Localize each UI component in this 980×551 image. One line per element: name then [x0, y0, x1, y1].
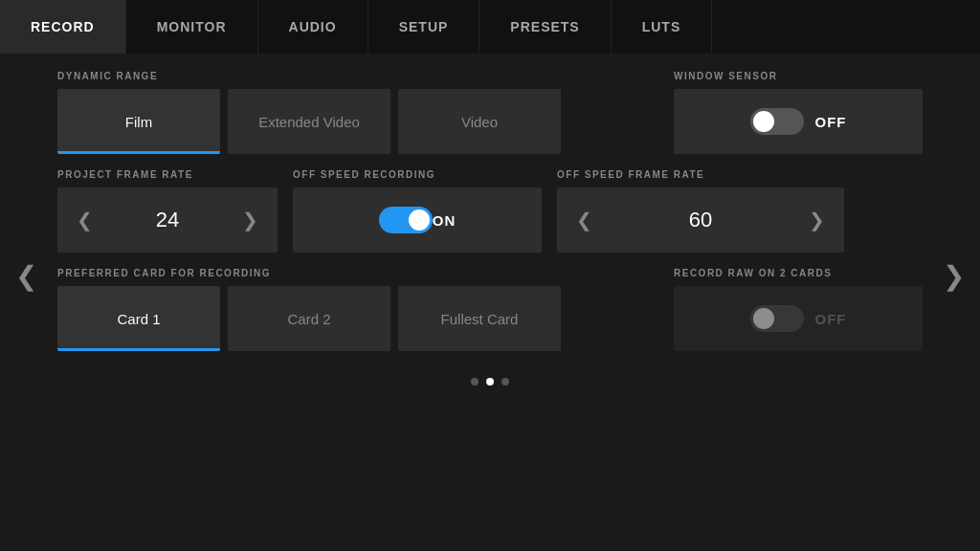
off-speed-recording-toggle[interactable]: [379, 207, 433, 233]
record-raw-section: RECORD RAW ON 2 CARDS OFF: [674, 268, 923, 351]
record-raw-toggle[interactable]: [750, 305, 804, 332]
record-raw-box[interactable]: OFF: [674, 286, 923, 351]
project-frame-rate-down[interactable]: ❮: [69, 205, 100, 235]
preferred-card-section: PREFERRED CARD FOR RECORDING Card 1 Card…: [57, 268, 658, 351]
main-content: DYNAMIC RANGE Film Extended Video Video …: [0, 54, 980, 368]
dynamic-range-label: DYNAMIC RANGE: [57, 71, 658, 81]
row-frame-rate: PROJECT FRAME RATE ❮ 24 ❯ OFF SPEED RECO…: [57, 169, 923, 253]
off-speed-frame-rate-label: OFF SPEED FRAME RATE: [557, 169, 844, 180]
right-arrow[interactable]: ❯: [935, 253, 972, 299]
record-raw-label: RECORD RAW ON 2 CARDS: [674, 268, 923, 278]
tab-presets[interactable]: PRESETS: [479, 0, 611, 54]
window-sensor-section: WINDOW SENSOR OFF: [674, 71, 923, 154]
dynamic-range-extendedvideo-btn[interactable]: Extended Video: [228, 89, 390, 154]
left-arrow[interactable]: ❮: [8, 253, 45, 299]
dynamic-range-video-btn[interactable]: Video: [398, 89, 561, 154]
preferred-card-label: PREFERRED CARD FOR RECORDING: [57, 268, 658, 278]
page-dots: [0, 378, 980, 386]
dynamic-range-film-btn[interactable]: Film: [57, 89, 220, 154]
tab-audio[interactable]: AUDIO: [258, 0, 368, 54]
preferred-card-options: Card 1 Card 2 Fullest Card: [57, 286, 658, 351]
dot-2[interactable]: [486, 378, 494, 386]
project-frame-rate-label: PROJECT FRAME RATE: [57, 169, 278, 180]
tab-setup[interactable]: SETUP: [368, 0, 480, 54]
window-sensor-state: OFF: [815, 114, 847, 130]
record-raw-state: OFF: [815, 311, 847, 327]
dot-3[interactable]: [501, 378, 509, 386]
tab-record[interactable]: RECORD: [0, 0, 126, 54]
card2-btn[interactable]: Card 2: [228, 286, 390, 351]
off-speed-recording-knob: [409, 209, 430, 231]
fullest-card-btn[interactable]: Fullest Card: [398, 286, 561, 351]
window-sensor-knob: [753, 111, 774, 132]
card1-btn[interactable]: Card 1: [57, 286, 220, 351]
row-card: PREFERRED CARD FOR RECORDING Card 1 Card…: [57, 268, 923, 351]
off-speed-frame-rate-value: 60: [689, 208, 712, 232]
off-speed-frame-rate-section: OFF SPEED FRAME RATE ❮ 60 ❯: [557, 169, 844, 253]
tab-monitor[interactable]: MONITOR: [126, 0, 258, 54]
project-frame-rate-stepper: ❮ 24 ❯: [57, 187, 278, 253]
off-speed-frame-rate-down[interactable]: ❮: [568, 205, 600, 235]
off-speed-recording-section: OFF SPEED RECORDING ON: [293, 169, 542, 253]
off-speed-frame-rate-up[interactable]: ❯: [801, 205, 833, 235]
window-sensor-label: WINDOW SENSOR: [674, 71, 923, 81]
dynamic-range-section: DYNAMIC RANGE Film Extended Video Video: [57, 71, 658, 154]
project-frame-rate-up[interactable]: ❯: [234, 205, 266, 235]
off-speed-recording-label: OFF SPEED RECORDING: [293, 169, 542, 180]
off-speed-recording-box[interactable]: ON: [293, 187, 542, 253]
top-nav: RECORD MONITOR AUDIO SETUP PRESETS LUTS: [0, 0, 980, 54]
off-speed-recording-state: ON: [433, 212, 457, 229]
project-frame-rate-section: PROJECT FRAME RATE ❮ 24 ❯: [57, 169, 278, 253]
row-dynamic-range: DYNAMIC RANGE Film Extended Video Video …: [57, 71, 923, 154]
dynamic-range-options: Film Extended Video Video: [57, 89, 658, 154]
dot-1[interactable]: [471, 378, 479, 386]
tab-luts[interactable]: LUTS: [612, 0, 713, 54]
window-sensor-toggle[interactable]: [750, 108, 804, 135]
window-sensor-box[interactable]: OFF: [674, 89, 923, 154]
record-raw-knob: [753, 308, 774, 329]
off-speed-frame-rate-stepper: ❮ 60 ❯: [557, 187, 844, 253]
project-frame-rate-value: 24: [156, 208, 179, 232]
